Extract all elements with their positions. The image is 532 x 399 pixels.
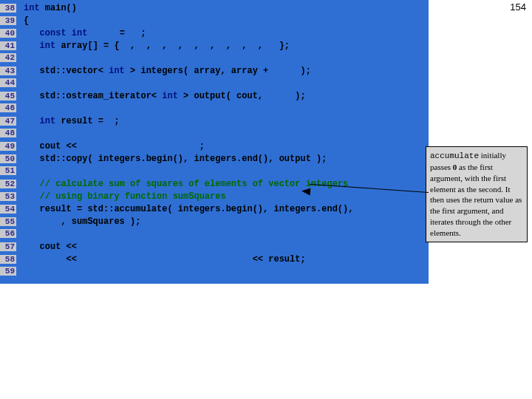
code-line: 42: [0, 53, 429, 66]
code-line: 51: [0, 166, 429, 179]
line-number: 59: [0, 267, 16, 276]
code-line: 54 result = std::accumulate( integers.be…: [0, 204, 429, 216]
line-number: 47: [0, 117, 16, 126]
code-line: 47 int result = ;: [0, 116, 429, 129]
callout-text-2: as the first argument, with the first el…: [430, 163, 522, 237]
line-number: 51: [0, 166, 16, 175]
page-number: 154: [510, 1, 526, 13]
line-number: 46: [0, 103, 16, 112]
line-content: cout << ;: [24, 141, 205, 151]
line-content: int array[] = { , , , , , , , , , };: [24, 41, 290, 51]
callout-box: accumulate initially passes 0 as the fir…: [426, 146, 528, 242]
line-content: int main(): [24, 3, 77, 13]
line-number: 39: [0, 16, 16, 25]
line-content: int result = ;: [24, 116, 120, 126]
line-number: 50: [0, 154, 16, 163]
line-number: 43: [0, 66, 16, 75]
line-content: // calculate sum of squares of elements …: [24, 179, 348, 189]
line-content: // using binary function sumSquares: [24, 191, 226, 202]
line-content: result = std::accumulate( integers.begin…: [24, 204, 353, 214]
code-line: 48: [0, 129, 429, 141]
code-line: 53 // using binary function sumSquares: [0, 191, 429, 204]
code-line: 45 std::ostream_iterator< int > output( …: [0, 91, 429, 103]
line-number: 55: [0, 217, 16, 226]
line-content: std::copy( integers.begin(), integers.en…: [24, 154, 327, 164]
line-number: 57: [0, 242, 16, 251]
code-line: 44: [0, 78, 429, 91]
line-content: {: [24, 16, 29, 26]
line-number: 41: [0, 41, 16, 50]
code-block: 38int main()39{40 const int = ;41 int ar…: [0, 0, 429, 284]
line-number: 40: [0, 29, 16, 38]
line-number: 45: [0, 92, 16, 100]
code-line: 56: [0, 229, 429, 242]
line-number: 38: [0, 4, 16, 13]
code-line: 59: [0, 267, 429, 279]
code-line: 43 std::vector< int > integers( array, a…: [0, 66, 429, 78]
line-content: cout <<: [24, 242, 77, 252]
code-line: 55 , sumSquares );: [0, 216, 429, 229]
code-line: 39{: [0, 16, 429, 28]
code-line: 49 cout << ;: [0, 141, 429, 154]
line-content: const int = ;: [24, 28, 146, 38]
line-number: 44: [0, 78, 16, 87]
code-line: 52 // calculate sum of squares of elemen…: [0, 179, 429, 191]
line-number: 48: [0, 129, 16, 137]
line-content: std::ostream_iterator< int > output( cou…: [24, 91, 306, 101]
callout-code-word: accumulate: [430, 151, 479, 160]
line-number: 58: [0, 255, 16, 264]
code-line: 41 int array[] = { , , , , , , , , , };: [0, 41, 429, 53]
code-line: 57 cout <<: [0, 242, 429, 254]
line-number: 49: [0, 142, 16, 151]
line-content: std::vector< int > integers( array, arra…: [24, 66, 311, 76]
line-content: << << result;: [24, 254, 306, 265]
line-number: 54: [0, 205, 16, 214]
code-line: 40 const int = ;: [0, 28, 429, 41]
line-number: 53: [0, 192, 16, 201]
code-line: 50 std::copy( integers.begin(), integers…: [0, 154, 429, 166]
code-line: 38int main(): [0, 3, 429, 16]
line-number: 52: [0, 180, 16, 188]
code-line: 58 << << result;: [0, 254, 429, 267]
line-content: , sumSquares );: [24, 216, 140, 227]
line-number: 42: [0, 53, 16, 62]
line-number: 56: [0, 229, 16, 238]
code-line: 46: [0, 103, 429, 116]
